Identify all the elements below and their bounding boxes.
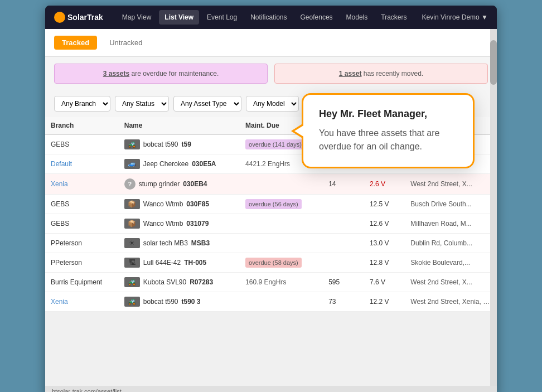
table-row[interactable]: GEBS📦Wanco Wtmb 030F85overdue (56 days)1… bbox=[45, 195, 497, 214]
col-branch[interactable]: Branch bbox=[45, 117, 119, 134]
nav-trackers[interactable]: Trackers bbox=[375, 10, 412, 25]
url-display: htsolar-trak.com/asset/list bbox=[52, 388, 122, 392]
overdue-badge-pink: overdue (58 days) bbox=[245, 258, 302, 268]
asset-type-filter[interactable]: Any Asset Type bbox=[173, 96, 241, 112]
browser-window: SolarTrak Map View List View Event Log N… bbox=[45, 6, 497, 392]
asset-icon: ☀ bbox=[124, 238, 140, 248]
cell-branch: GEBS bbox=[45, 195, 119, 214]
cell-voltage: 12.6 V bbox=[364, 214, 405, 234]
table-row[interactable]: PPeterson🏗Lull 644E-42 TH-005overdue (58… bbox=[45, 253, 497, 273]
cell-name: 🚜Kubota SVL90 R07283 bbox=[119, 273, 240, 292]
maintenance-alert[interactable]: 3 assets are overdue for maintenance. bbox=[54, 64, 268, 84]
model-filter[interactable]: Any Model bbox=[246, 96, 299, 112]
asset-name-bold: TH-005 bbox=[184, 259, 206, 267]
cell-voltage: 12.5 V bbox=[364, 195, 405, 214]
asset-name-bold: t590 3 bbox=[181, 298, 200, 306]
asset-name: bobcat t590 bbox=[143, 298, 178, 306]
nav-list-view[interactable]: List View bbox=[159, 10, 199, 25]
cell-branch: Xenia bbox=[45, 174, 119, 195]
tab-tracked[interactable]: Tracked bbox=[54, 36, 97, 50]
cell-location: West 2nd Street, X... bbox=[405, 273, 497, 292]
asset-name-bold: 030EB4 bbox=[183, 180, 207, 188]
col-name[interactable]: Name bbox=[119, 117, 240, 134]
cell-location: West 2nd Street, X... bbox=[405, 174, 497, 195]
asset-icon: 🚜 bbox=[124, 297, 140, 307]
nav-geofences[interactable]: Geofences bbox=[295, 10, 338, 25]
main-content: Tracked Untracked 3 assets are overdue f… bbox=[45, 29, 497, 386]
cell-enghrs: 73 bbox=[323, 292, 364, 312]
cell-branch: Burris Equipment bbox=[45, 273, 119, 292]
overdue-badge: overdue (56 days) bbox=[245, 199, 302, 209]
asset-name-bold: R07283 bbox=[190, 278, 213, 286]
asset-icon: 🚜 bbox=[124, 277, 140, 287]
cell-name: ☀solar tech MB3 MSB3 bbox=[119, 234, 240, 253]
cell-maint: overdue (56 days) bbox=[240, 195, 323, 214]
cell-voltage: 2.6 V bbox=[364, 174, 405, 195]
status-bar: htsolar-trak.com/asset/list bbox=[45, 386, 497, 392]
tooltip-body: You have three assets that are overdue f… bbox=[319, 127, 457, 153]
tooltip-box: Hey Mr. Fleet Manager, You have three as… bbox=[302, 93, 475, 168]
asset-name: bobcat t590 bbox=[143, 141, 178, 148]
asset-name-bold: 030F85 bbox=[186, 200, 209, 208]
status-filter[interactable]: Any Status bbox=[115, 96, 169, 112]
nav-items: Map View List View Event Log Notificatio… bbox=[117, 10, 422, 25]
cell-enghrs bbox=[323, 195, 364, 214]
cell-maint bbox=[240, 214, 323, 234]
alerts-section: 3 assets are overdue for maintenance. 1 … bbox=[45, 57, 497, 90]
asset-name: Wanco Wtmb bbox=[143, 220, 183, 228]
cell-location: Skokie Boulevard,... bbox=[405, 253, 497, 273]
moved-link[interactable]: 1 asset bbox=[339, 70, 362, 78]
table-row[interactable]: Burris Equipment🚜Kubota SVL90 R07283160.… bbox=[45, 273, 497, 292]
scrollbar[interactable] bbox=[490, 29, 497, 386]
tab-bar: Tracked Untracked bbox=[45, 29, 497, 57]
cell-branch: Default bbox=[45, 154, 119, 174]
cell-enghrs: 14 bbox=[323, 174, 364, 195]
nav-models[interactable]: Models bbox=[341, 10, 374, 25]
asset-name: stump grinder bbox=[139, 180, 180, 188]
cell-name: 📦Wanco Wtmb 031079 bbox=[119, 214, 240, 234]
table-row[interactable]: PPeterson☀solar tech MB3 MSB313.0 VDubli… bbox=[45, 234, 497, 253]
asset-name-bold: 030E5A bbox=[192, 160, 216, 168]
branch-filter[interactable]: Any Branch bbox=[54, 96, 110, 112]
cell-enghrs: 595 bbox=[323, 273, 364, 292]
asset-icon: 📦 bbox=[124, 199, 140, 209]
cell-location: West 2nd Street, Xenia, OH... bbox=[405, 292, 497, 312]
cell-voltage: 13.0 V bbox=[364, 234, 405, 253]
cell-maint bbox=[240, 292, 323, 312]
nav-event-log[interactable]: Event Log bbox=[201, 10, 243, 25]
table-row[interactable]: GEBS📦Wanco Wtmb 03107912.6 VMillhaven Ro… bbox=[45, 214, 497, 234]
nav-map-view[interactable]: Map View bbox=[117, 10, 157, 25]
logo-icon bbox=[54, 12, 65, 23]
cell-name: 🚜bobcat t590 t59 bbox=[119, 134, 240, 154]
asset-name: solar tech MB3 bbox=[143, 239, 188, 247]
cell-branch: PPeterson bbox=[45, 253, 119, 273]
asset-name-bold: t59 bbox=[181, 141, 191, 148]
cell-enghrs bbox=[323, 253, 364, 273]
cell-voltage: 12.2 V bbox=[364, 292, 405, 312]
table-row[interactable]: Xenia?stump grinder 030EB4142.6 VWest 2n… bbox=[45, 174, 497, 195]
tab-untracked[interactable]: Untracked bbox=[101, 36, 150, 50]
table-row[interactable]: Xenia🚜bobcat t590 t590 37312.2 VWest 2nd… bbox=[45, 292, 497, 312]
cell-name: 📦Wanco Wtmb 030F85 bbox=[119, 195, 240, 214]
top-nav: SolarTrak Map View List View Event Log N… bbox=[45, 6, 497, 29]
asset-icon: 🏗 bbox=[124, 258, 140, 268]
asset-name-bold: MSB3 bbox=[191, 239, 210, 247]
maintenance-suffix: are overdue for maintenance. bbox=[129, 70, 219, 78]
asset-icon: 🚙 bbox=[124, 159, 140, 169]
cell-location: Millhaven Road, M... bbox=[405, 214, 497, 234]
cell-voltage: 12.8 V bbox=[364, 253, 405, 273]
moved-alert[interactable]: 1 asset has recently moved. bbox=[274, 64, 488, 84]
cell-name: 🚙Jeep Cherokee 030E5A bbox=[119, 154, 240, 174]
cell-branch: GEBS bbox=[45, 134, 119, 154]
asset-icon: ? bbox=[124, 178, 136, 190]
cell-branch: Xenia bbox=[45, 292, 119, 312]
cell-name: 🚜bobcat t590 t590 3 bbox=[119, 292, 240, 312]
maintenance-link[interactable]: 3 assets bbox=[103, 70, 129, 78]
user-name: Kevin Vinroe Demo ▼ bbox=[422, 13, 488, 21]
cell-voltage: 7.6 V bbox=[364, 273, 405, 292]
nav-notifications[interactable]: Notifications bbox=[245, 10, 292, 25]
scroll-thumb[interactable] bbox=[490, 40, 497, 85]
user-menu[interactable]: Kevin Vinroe Demo ▼ bbox=[422, 13, 488, 21]
tooltip-title: Hey Mr. Fleet Manager, bbox=[319, 108, 457, 120]
cell-location: Dublin Rd, Columb... bbox=[405, 234, 497, 253]
